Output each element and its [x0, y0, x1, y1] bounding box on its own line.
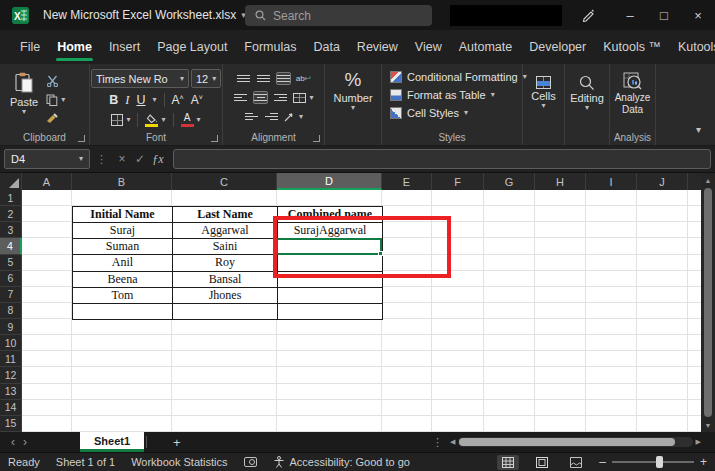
table-cell[interactable]: [278, 304, 383, 320]
cell[interactable]: [484, 255, 535, 271]
cell[interactable]: [637, 287, 688, 303]
cell[interactable]: [535, 303, 586, 319]
editing-button[interactable]: Editing ▾: [565, 64, 610, 145]
table-header-cell[interactable]: Last Name: [173, 207, 278, 223]
cell[interactable]: [688, 206, 702, 222]
font-color-button[interactable]: A ▾: [181, 113, 201, 127]
row-header-15[interactable]: 15: [0, 416, 22, 432]
cell[interactable]: [484, 303, 535, 319]
table-cell[interactable]: Jhones: [173, 288, 278, 304]
cell[interactable]: [535, 335, 586, 351]
table-cell[interactable]: [73, 304, 173, 320]
cell[interactable]: [277, 319, 382, 335]
draw-pen-icon[interactable]: [571, 0, 605, 30]
cell[interactable]: [586, 271, 637, 287]
align-right-button[interactable]: [273, 91, 288, 104]
close-button[interactable]: ×: [681, 0, 715, 30]
tab-kutools[interactable]: Kutools ™: [597, 30, 667, 64]
cell[interactable]: [72, 190, 172, 206]
underline-button[interactable]: U: [136, 93, 145, 107]
row-header-12[interactable]: 12: [0, 367, 22, 383]
tab-view[interactable]: View: [409, 30, 448, 64]
cell[interactable]: [382, 351, 432, 367]
cell[interactable]: [688, 400, 702, 416]
tab-page-layout[interactable]: Page Layout: [151, 30, 233, 64]
vertical-scrollbar[interactable]: ▲ ▼: [701, 173, 715, 432]
zoom-in-button[interactable]: +: [700, 455, 707, 469]
cell[interactable]: [382, 287, 432, 303]
orientation-button[interactable]: ▾: [284, 110, 303, 124]
cell[interactable]: [688, 416, 702, 432]
cell[interactable]: [535, 255, 586, 271]
cell[interactable]: [432, 335, 484, 351]
cell[interactable]: [637, 222, 688, 238]
cell[interactable]: [535, 319, 586, 335]
row-header-8[interactable]: 8: [0, 303, 22, 319]
cell[interactable]: [637, 190, 688, 206]
column-header-A[interactable]: A: [22, 173, 72, 190]
cell[interactable]: [22, 303, 72, 319]
cell[interactable]: [382, 416, 432, 432]
vertical-scroll-thumb[interactable]: [704, 188, 712, 417]
column-header-C[interactable]: C: [172, 173, 277, 190]
cell[interactable]: [484, 287, 535, 303]
cell[interactable]: [432, 416, 484, 432]
format-painter-button[interactable]: [46, 112, 65, 126]
cell[interactable]: [22, 351, 72, 367]
cell[interactable]: [637, 319, 688, 335]
insert-function-button[interactable]: ƒx: [149, 152, 167, 167]
table-header-cell[interactable]: Initial Name: [73, 207, 173, 223]
cell[interactable]: [72, 335, 172, 351]
increase-indent-button[interactable]: [264, 110, 279, 123]
table-cell[interactable]: Saini: [173, 239, 278, 255]
column-header-H[interactable]: H: [535, 173, 586, 190]
font-size-select[interactable]: 12 ▾: [191, 69, 221, 88]
cell[interactable]: [586, 400, 637, 416]
tab-kutools-plus[interactable]: Kutools Plus: [672, 30, 715, 64]
cell[interactable]: [586, 367, 637, 383]
cell[interactable]: [72, 416, 172, 432]
row-header-3[interactable]: 3: [0, 222, 22, 238]
cell[interactable]: [172, 367, 277, 383]
row-header-9[interactable]: 9: [0, 319, 22, 335]
cell[interactable]: [432, 303, 484, 319]
align-middle-button[interactable]: [256, 72, 271, 85]
page-break-view-button[interactable]: [565, 455, 587, 470]
cell[interactable]: [586, 206, 637, 222]
cell[interactable]: [637, 206, 688, 222]
row-header-14[interactable]: 14: [0, 400, 22, 416]
cell[interactable]: [382, 384, 432, 400]
cell[interactable]: [432, 384, 484, 400]
cell[interactable]: [484, 384, 535, 400]
cell[interactable]: [586, 190, 637, 206]
tab-review[interactable]: Review: [351, 30, 404, 64]
tab-data[interactable]: Data: [307, 30, 345, 64]
select-all-button[interactable]: [0, 173, 22, 190]
tab-formulas[interactable]: Formulas: [238, 30, 302, 64]
horizontal-scroll-track[interactable]: [458, 437, 692, 447]
font-dialog-launcher[interactable]: [211, 135, 218, 142]
cell[interactable]: [382, 367, 432, 383]
cell[interactable]: [484, 222, 535, 238]
cell[interactable]: [382, 303, 432, 319]
collapse-ribbon-chevron-icon[interactable]: ▾: [696, 124, 701, 135]
cell[interactable]: [382, 319, 432, 335]
cell[interactable]: [72, 367, 172, 383]
sheet-bar-more-icon[interactable]: ⋮: [432, 436, 443, 449]
cell[interactable]: [72, 351, 172, 367]
format-as-table-button[interactable]: Format as Table ▾: [390, 86, 495, 104]
tab-file[interactable]: File: [14, 30, 46, 64]
add-sheet-button[interactable]: +: [173, 435, 181, 450]
document-title[interactable]: New Microsoft Excel Worksheet.xlsx: [43, 8, 236, 22]
cell[interactable]: [586, 384, 637, 400]
align-left-button[interactable]: [233, 91, 248, 104]
cell[interactable]: [22, 367, 72, 383]
cell[interactable]: [277, 400, 382, 416]
cell[interactable]: [586, 255, 637, 271]
alignment-dialog-launcher[interactable]: [313, 135, 320, 142]
cells-button[interactable]: Cells ▾: [523, 64, 565, 145]
tab-insert[interactable]: Insert: [103, 30, 146, 64]
macro-record-button[interactable]: [244, 457, 257, 467]
row-header-10[interactable]: 10: [0, 335, 22, 351]
cell[interactable]: [277, 335, 382, 351]
